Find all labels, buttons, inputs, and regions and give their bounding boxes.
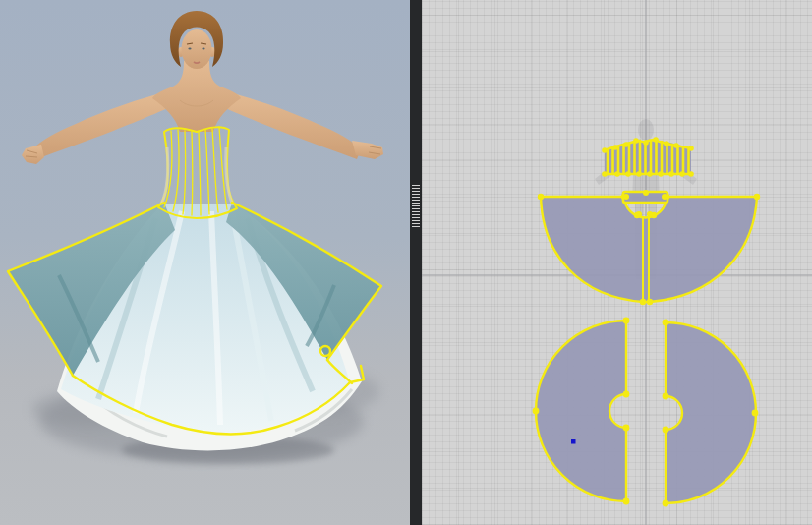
- pattern-piece-lower-skirt-left[interactable]: [533, 318, 630, 505]
- viewport-2d[interactable]: [422, 0, 812, 525]
- pattern-pin[interactable]: [571, 439, 576, 444]
- avatar-right-arm: [223, 91, 361, 159]
- avatar[interactable]: [22, 11, 383, 164]
- app-window: [0, 0, 812, 525]
- splitter-grip-icon[interactable]: [412, 185, 420, 229]
- avatar-torso: [152, 61, 241, 132]
- scene-3d: [0, 0, 410, 525]
- pattern-piece-corset-band[interactable]: [602, 137, 694, 177]
- corset-boning: [164, 127, 227, 215]
- avatar-eye-right: [202, 47, 204, 49]
- pattern-piece-lower-skirt-right[interactable]: [663, 320, 759, 507]
- avatar-left-arm: [32, 91, 170, 159]
- viewport-3d[interactable]: [0, 0, 410, 525]
- scene-2d: [422, 0, 812, 525]
- avatar-left-hand: [22, 145, 44, 164]
- panel-splitter[interactable]: [410, 0, 422, 525]
- avatar-eye-left: [188, 47, 191, 49]
- avatar-head: [170, 11, 223, 69]
